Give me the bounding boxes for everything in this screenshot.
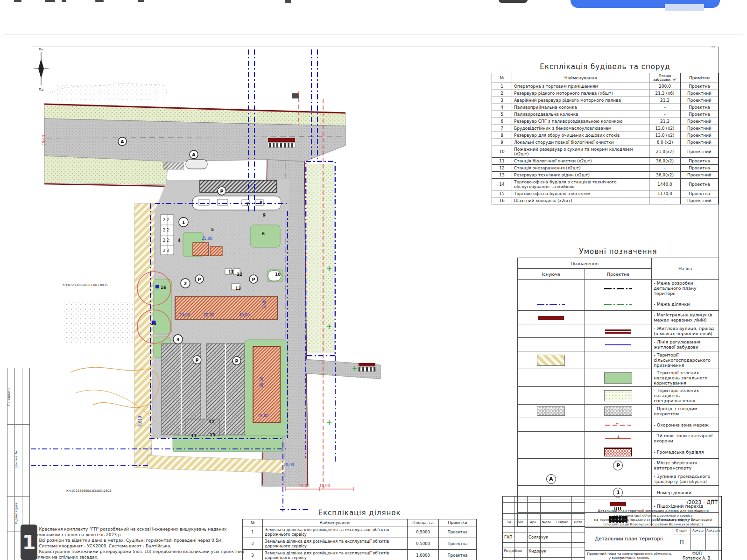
col-zm: Зм. (504, 520, 514, 524)
legend-label: - Території зелених насаджень спецпризна… (652, 387, 719, 405)
notes-list: 1. Креслення комплекту "ГП" розроблений … (34, 526, 253, 560)
legend-cell (585, 369, 652, 387)
bars-maroon-double-icon (605, 328, 631, 334)
legend-label: - Території зелених насаджень загального… (652, 369, 719, 387)
legend-cell (518, 338, 585, 351)
legend-row: P- Місце зберігання автотранспорту (518, 459, 719, 472)
table-cell: Аварійний резервуар рідкого моторного па… (512, 97, 649, 104)
legend-cell (518, 405, 585, 418)
role-gap: ГАП (504, 535, 512, 539)
table-cell: 13 (492, 172, 512, 179)
role-dev-name: Кидорук (529, 549, 546, 553)
page-divider (4, 34, 743, 35)
toolbar-fragment (285, 0, 291, 3)
toolbar-fragment (45, 0, 55, 2)
table-cell: Резервуар СПГ з паливороздавальною колон… (512, 118, 649, 125)
legend-header-row: Позначення Назва (518, 258, 719, 269)
drawing-title: Проектний план та схема проектних обмеже… (587, 552, 672, 560)
legend-cell (518, 459, 585, 472)
table-cell: Станція біологічної очистки (х2шт) (512, 158, 649, 165)
table-cell: Резервуар технічних рідин (х2шт) (512, 172, 649, 179)
table-cell: Проектний (681, 139, 719, 146)
table-cell: Проектна (439, 550, 477, 560)
table-cell: Локальні споруди повної біологічної очис… (512, 139, 649, 146)
buildings-row: 14Торгово-офісна будівля з станцією техн… (492, 179, 719, 190)
project-description: Детальний план території земельних ділян… (586, 509, 720, 526)
table-cell: 14 (492, 179, 512, 190)
line-blue-reg-icon (605, 344, 631, 345)
note-line: 2. Всі розміри та відмітки дано в метрах… (34, 538, 253, 543)
table-cell: 15 (492, 190, 512, 197)
legend-panel: Умовні позначення Позначення Назва Існую… (517, 247, 719, 526)
toolbar-fragment (95, 0, 104, 2)
line-black-dashdot-icon (604, 288, 632, 289)
legend-row: - Межа ділянки (518, 297, 719, 311)
legend-cell (585, 445, 652, 459)
note-line: 3. Система координат - УСК2000. Система … (34, 543, 253, 549)
legend-header-proposed: Проектне (585, 269, 652, 280)
table-cell: 21,3 (х6) (649, 90, 681, 97)
buildings-explication: Експлікація будівель та споруд № Наймену… (492, 63, 719, 204)
plots-row: 3Земельна ділянка для розміщення та експ… (243, 550, 477, 560)
table-cell: Проектна (681, 190, 719, 197)
table-cell: 12 (492, 165, 512, 172)
legend-cell (518, 418, 585, 432)
legend-label: - Лінія регулювання житлової забудови (652, 338, 719, 351)
table-cell: 21,0(х2) (649, 146, 681, 158)
tab-fragment[interactable] (499, 0, 528, 3)
col-header-notes: Примітки (681, 73, 719, 83)
legend-header-symbols: Позначення (518, 258, 652, 269)
table-cell: 9 (492, 139, 512, 146)
legend-header-name: Назва (652, 258, 719, 280)
buildings-row: 6Резервуар СПГ з паливороздавальною коло… (492, 118, 719, 125)
legend-label: - Місце зберігання автотранспорту (652, 459, 719, 472)
legend-cell (518, 324, 585, 338)
legend-cell (518, 432, 585, 445)
table-cell: Проектний (681, 197, 719, 204)
legend-cell (585, 387, 652, 405)
page-number-badge[interactable]: 1 (21, 525, 37, 560)
legend-row: - 1й пояс зони санітарної охорони (518, 432, 719, 445)
legend-row: A- Зупинка громадського траспорту (автоб… (518, 472, 719, 486)
table-cell: 36,0(х2) (649, 158, 681, 165)
table-cell: Паливороздавальна колонка (512, 111, 649, 118)
col-doc: №док (541, 520, 552, 524)
screenshot-root: из (0, 0, 747, 560)
legend-row: - Території сільськогосподарського призн… (518, 351, 719, 369)
buildings-row: 5Паливороздавальна колонка-Проектна (492, 111, 719, 118)
plots-explication: Експлікація ділянок № Найменування Площа… (242, 509, 477, 560)
legend-cell (585, 405, 652, 418)
table-cell: 1 (492, 83, 512, 90)
table-cell: Проектний (681, 97, 719, 104)
legend-row: - Території зелених насаджень загального… (518, 369, 719, 387)
role-dev: Розробив (504, 549, 522, 553)
legend-title: Умовні позначення (517, 247, 719, 256)
legend-cell (585, 311, 652, 324)
table-cell: Проектний (681, 172, 719, 179)
table-cell: Проектний (681, 146, 719, 158)
sw-gray-check-icon (537, 406, 565, 416)
buildings-row: 13Резервуар технічних рідин (х2шт)36,0(х… (492, 172, 719, 179)
table-cell: Проектна (681, 83, 719, 90)
table-cell: 3 (492, 97, 512, 104)
legend-row: - Території зелених насаджень спецпризна… (518, 387, 719, 405)
buildings-row: 1Операторна з торговим приміщенням200,0П… (492, 83, 719, 90)
toolbar-fragment (62, 0, 66, 2)
legend-cell (585, 432, 652, 445)
buildings-explication-title: Експлікація будівель та споруд (492, 63, 719, 71)
legend-cell (518, 280, 585, 297)
table-cell: 16 (492, 197, 512, 204)
col-header-notes: Примітки (439, 519, 477, 526)
table-cell: Станція знезараження (х2шт) (512, 165, 649, 172)
buildings-row: 9Локальні споруди повної біологічної очи… (492, 139, 719, 146)
table-cell: Проектна (681, 158, 719, 165)
legend-cell (518, 297, 585, 311)
legend-cell (518, 387, 585, 405)
col-header-area: Площа забудови, м² (649, 73, 681, 83)
legend-cell (585, 280, 652, 297)
table-cell: Операторна з торговим приміщенням (512, 83, 649, 90)
buildings-row: 3Аварійний резервуар рідкого моторного п… (492, 97, 719, 104)
table-cell: Торгово-офісна будівля з станцією техніч… (512, 179, 649, 190)
buildings-row: 2Резервуар рідкого моторного палива (х6ш… (492, 90, 719, 97)
secondary-button-fragment[interactable] (665, 4, 704, 11)
